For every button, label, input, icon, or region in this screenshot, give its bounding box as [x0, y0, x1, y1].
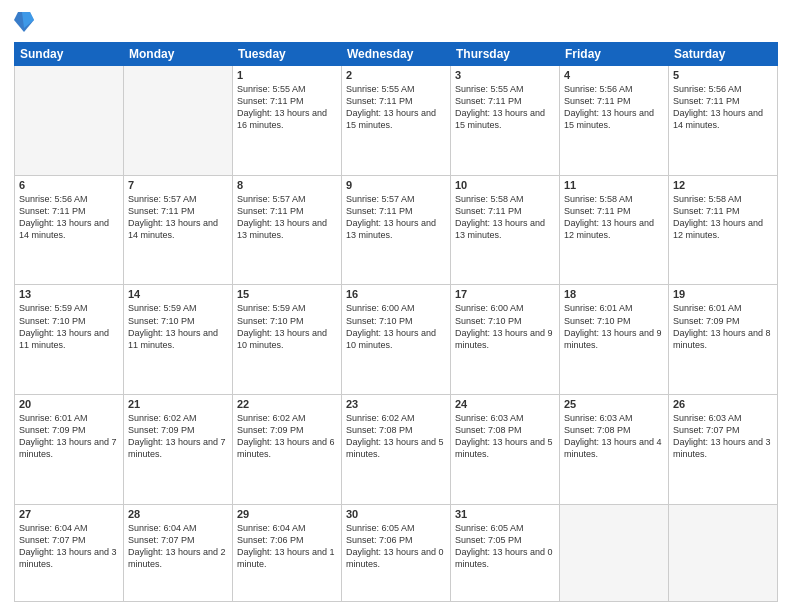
- day-number: 18: [564, 288, 664, 300]
- day-info: Sunrise: 6:02 AM Sunset: 7:09 PM Dayligh…: [128, 412, 228, 461]
- calendar-table: SundayMondayTuesdayWednesdayThursdayFrid…: [14, 42, 778, 602]
- calendar-cell: [560, 504, 669, 601]
- calendar-week-row: 20Sunrise: 6:01 AM Sunset: 7:09 PM Dayli…: [15, 395, 778, 505]
- calendar-cell: 3Sunrise: 5:55 AM Sunset: 7:11 PM Daylig…: [451, 66, 560, 176]
- day-info: Sunrise: 6:00 AM Sunset: 7:10 PM Dayligh…: [455, 302, 555, 351]
- calendar-cell: 19Sunrise: 6:01 AM Sunset: 7:09 PM Dayli…: [669, 285, 778, 395]
- calendar-cell: 8Sunrise: 5:57 AM Sunset: 7:11 PM Daylig…: [233, 175, 342, 285]
- calendar-cell: 10Sunrise: 5:58 AM Sunset: 7:11 PM Dayli…: [451, 175, 560, 285]
- calendar-cell: 4Sunrise: 5:56 AM Sunset: 7:11 PM Daylig…: [560, 66, 669, 176]
- calendar-cell: [669, 504, 778, 601]
- day-info: Sunrise: 6:04 AM Sunset: 7:07 PM Dayligh…: [19, 522, 119, 571]
- day-number: 27: [19, 508, 119, 520]
- page: SundayMondayTuesdayWednesdayThursdayFrid…: [0, 0, 792, 612]
- calendar-cell: 7Sunrise: 5:57 AM Sunset: 7:11 PM Daylig…: [124, 175, 233, 285]
- day-info: Sunrise: 5:58 AM Sunset: 7:11 PM Dayligh…: [673, 193, 773, 242]
- day-number: 1: [237, 69, 337, 81]
- day-number: 26: [673, 398, 773, 410]
- day-number: 20: [19, 398, 119, 410]
- day-number: 14: [128, 288, 228, 300]
- day-info: Sunrise: 6:00 AM Sunset: 7:10 PM Dayligh…: [346, 302, 446, 351]
- day-number: 5: [673, 69, 773, 81]
- day-info: Sunrise: 6:01 AM Sunset: 7:09 PM Dayligh…: [673, 302, 773, 351]
- calendar-cell: 5Sunrise: 5:56 AM Sunset: 7:11 PM Daylig…: [669, 66, 778, 176]
- calendar-cell: 22Sunrise: 6:02 AM Sunset: 7:09 PM Dayli…: [233, 395, 342, 505]
- calendar-cell: 14Sunrise: 5:59 AM Sunset: 7:10 PM Dayli…: [124, 285, 233, 395]
- day-number: 29: [237, 508, 337, 520]
- calendar-cell: 13Sunrise: 5:59 AM Sunset: 7:10 PM Dayli…: [15, 285, 124, 395]
- calendar-cell: 27Sunrise: 6:04 AM Sunset: 7:07 PM Dayli…: [15, 504, 124, 601]
- day-number: 11: [564, 179, 664, 191]
- day-info: Sunrise: 6:01 AM Sunset: 7:10 PM Dayligh…: [564, 302, 664, 351]
- calendar-cell: 2Sunrise: 5:55 AM Sunset: 7:11 PM Daylig…: [342, 66, 451, 176]
- day-number: 13: [19, 288, 119, 300]
- day-number: 3: [455, 69, 555, 81]
- logo-icon: [14, 10, 34, 34]
- day-number: 7: [128, 179, 228, 191]
- day-header-sunday: Sunday: [15, 43, 124, 66]
- day-number: 9: [346, 179, 446, 191]
- day-info: Sunrise: 6:01 AM Sunset: 7:09 PM Dayligh…: [19, 412, 119, 461]
- calendar-cell: 21Sunrise: 6:02 AM Sunset: 7:09 PM Dayli…: [124, 395, 233, 505]
- day-info: Sunrise: 6:04 AM Sunset: 7:07 PM Dayligh…: [128, 522, 228, 571]
- day-info: Sunrise: 5:59 AM Sunset: 7:10 PM Dayligh…: [128, 302, 228, 351]
- calendar-cell: 17Sunrise: 6:00 AM Sunset: 7:10 PM Dayli…: [451, 285, 560, 395]
- day-info: Sunrise: 6:03 AM Sunset: 7:08 PM Dayligh…: [455, 412, 555, 461]
- calendar-cell: 25Sunrise: 6:03 AM Sunset: 7:08 PM Dayli…: [560, 395, 669, 505]
- day-info: Sunrise: 6:05 AM Sunset: 7:05 PM Dayligh…: [455, 522, 555, 571]
- day-number: 17: [455, 288, 555, 300]
- calendar-cell: 23Sunrise: 6:02 AM Sunset: 7:08 PM Dayli…: [342, 395, 451, 505]
- day-info: Sunrise: 5:58 AM Sunset: 7:11 PM Dayligh…: [564, 193, 664, 242]
- calendar-cell: 9Sunrise: 5:57 AM Sunset: 7:11 PM Daylig…: [342, 175, 451, 285]
- calendar-cell: [15, 66, 124, 176]
- calendar-cell: 30Sunrise: 6:05 AM Sunset: 7:06 PM Dayli…: [342, 504, 451, 601]
- logo: [14, 10, 38, 34]
- day-header-wednesday: Wednesday: [342, 43, 451, 66]
- calendar-cell: 11Sunrise: 5:58 AM Sunset: 7:11 PM Dayli…: [560, 175, 669, 285]
- day-number: 31: [455, 508, 555, 520]
- calendar-cell: 16Sunrise: 6:00 AM Sunset: 7:10 PM Dayli…: [342, 285, 451, 395]
- day-header-tuesday: Tuesday: [233, 43, 342, 66]
- day-info: Sunrise: 5:55 AM Sunset: 7:11 PM Dayligh…: [346, 83, 446, 132]
- day-info: Sunrise: 5:57 AM Sunset: 7:11 PM Dayligh…: [237, 193, 337, 242]
- day-info: Sunrise: 6:05 AM Sunset: 7:06 PM Dayligh…: [346, 522, 446, 571]
- day-info: Sunrise: 5:57 AM Sunset: 7:11 PM Dayligh…: [128, 193, 228, 242]
- calendar-cell: 12Sunrise: 5:58 AM Sunset: 7:11 PM Dayli…: [669, 175, 778, 285]
- day-number: 21: [128, 398, 228, 410]
- day-header-thursday: Thursday: [451, 43, 560, 66]
- calendar-cell: 1Sunrise: 5:55 AM Sunset: 7:11 PM Daylig…: [233, 66, 342, 176]
- day-number: 28: [128, 508, 228, 520]
- day-number: 22: [237, 398, 337, 410]
- day-info: Sunrise: 5:58 AM Sunset: 7:11 PM Dayligh…: [455, 193, 555, 242]
- calendar-cell: 26Sunrise: 6:03 AM Sunset: 7:07 PM Dayli…: [669, 395, 778, 505]
- day-info: Sunrise: 5:56 AM Sunset: 7:11 PM Dayligh…: [564, 83, 664, 132]
- day-info: Sunrise: 5:55 AM Sunset: 7:11 PM Dayligh…: [237, 83, 337, 132]
- calendar-week-row: 6Sunrise: 5:56 AM Sunset: 7:11 PM Daylig…: [15, 175, 778, 285]
- day-number: 24: [455, 398, 555, 410]
- day-number: 12: [673, 179, 773, 191]
- day-number: 10: [455, 179, 555, 191]
- calendar-week-row: 13Sunrise: 5:59 AM Sunset: 7:10 PM Dayli…: [15, 285, 778, 395]
- day-info: Sunrise: 6:02 AM Sunset: 7:09 PM Dayligh…: [237, 412, 337, 461]
- day-number: 23: [346, 398, 446, 410]
- day-number: 30: [346, 508, 446, 520]
- day-header-saturday: Saturday: [669, 43, 778, 66]
- day-number: 4: [564, 69, 664, 81]
- day-header-friday: Friday: [560, 43, 669, 66]
- day-info: Sunrise: 5:55 AM Sunset: 7:11 PM Dayligh…: [455, 83, 555, 132]
- calendar-cell: 29Sunrise: 6:04 AM Sunset: 7:06 PM Dayli…: [233, 504, 342, 601]
- header: [14, 10, 778, 34]
- day-info: Sunrise: 5:57 AM Sunset: 7:11 PM Dayligh…: [346, 193, 446, 242]
- day-number: 15: [237, 288, 337, 300]
- calendar-week-row: 1Sunrise: 5:55 AM Sunset: 7:11 PM Daylig…: [15, 66, 778, 176]
- calendar-cell: 28Sunrise: 6:04 AM Sunset: 7:07 PM Dayli…: [124, 504, 233, 601]
- day-info: Sunrise: 5:56 AM Sunset: 7:11 PM Dayligh…: [19, 193, 119, 242]
- day-info: Sunrise: 5:59 AM Sunset: 7:10 PM Dayligh…: [19, 302, 119, 351]
- calendar-cell: 20Sunrise: 6:01 AM Sunset: 7:09 PM Dayli…: [15, 395, 124, 505]
- day-info: Sunrise: 6:03 AM Sunset: 7:08 PM Dayligh…: [564, 412, 664, 461]
- day-info: Sunrise: 5:59 AM Sunset: 7:10 PM Dayligh…: [237, 302, 337, 351]
- day-number: 2: [346, 69, 446, 81]
- day-number: 8: [237, 179, 337, 191]
- calendar-cell: 18Sunrise: 6:01 AM Sunset: 7:10 PM Dayli…: [560, 285, 669, 395]
- day-number: 19: [673, 288, 773, 300]
